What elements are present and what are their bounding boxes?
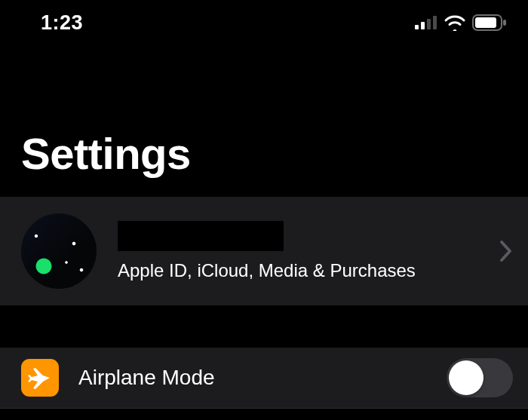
svg-rect-3 <box>433 16 437 29</box>
apple-id-row[interactable]: Apple ID, iCloud, Media & Purchases <box>0 197 528 305</box>
general-group: Airplane Mode <box>0 348 528 409</box>
wifi-icon <box>444 14 466 31</box>
status-bar: 1:23 <box>0 0 528 45</box>
svg-rect-6 <box>503 20 506 26</box>
airplane-mode-toggle[interactable] <box>447 358 513 397</box>
apple-id-group: Apple ID, iCloud, Media & Purchases <box>0 197 528 305</box>
battery-icon <box>472 14 507 31</box>
apple-id-text: Apple ID, iCloud, Media & Purchases <box>118 221 478 281</box>
chevron-right-icon <box>499 240 513 262</box>
airplane-icon <box>21 359 59 397</box>
airplane-mode-row: Airplane Mode <box>0 348 528 409</box>
apple-id-subtitle: Apple ID, iCloud, Media & Purchases <box>118 260 478 281</box>
svg-rect-0 <box>415 25 419 29</box>
svg-rect-2 <box>427 19 431 29</box>
svg-rect-1 <box>421 22 425 29</box>
spacer <box>0 305 528 348</box>
page-title: Settings <box>0 45 528 192</box>
svg-rect-5 <box>475 17 496 28</box>
status-icons <box>415 14 507 31</box>
apple-id-name-redacted <box>118 221 284 251</box>
switch-knob <box>449 360 483 395</box>
airplane-mode-label: Airplane Mode <box>78 366 427 390</box>
cellular-icon <box>415 16 437 29</box>
avatar <box>21 213 97 289</box>
status-time: 1:23 <box>41 11 83 35</box>
